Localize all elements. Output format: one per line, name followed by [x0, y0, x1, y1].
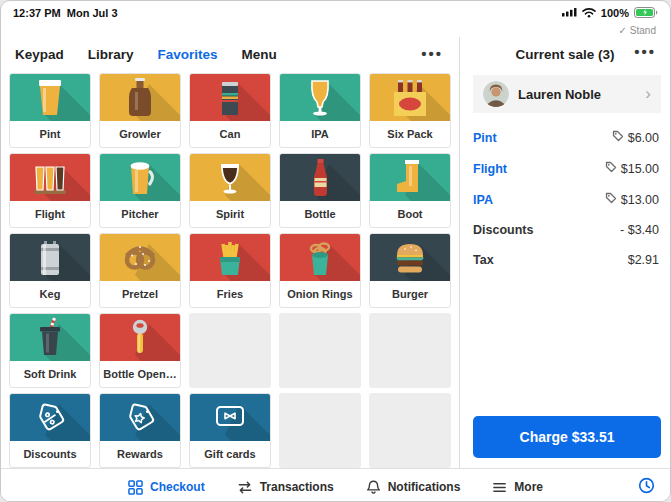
product-tile-spirit[interactable]: Spirit — [189, 153, 271, 228]
checkmark-icon: ✓ — [618, 25, 626, 36]
product-tile-flight[interactable]: Flight — [9, 153, 91, 228]
reward-tag-icon — [100, 394, 180, 441]
product-tile-ipa[interactable]: IPA — [279, 73, 361, 148]
product-tile-pretzel[interactable]: Pretzel — [99, 233, 181, 308]
product-label: Pint — [10, 121, 90, 147]
product-label: Flight — [10, 201, 90, 227]
sale-item-amount: $15.00 — [621, 162, 659, 176]
fries-icon — [190, 234, 270, 281]
product-label: Growler — [100, 121, 180, 147]
product-tile-six-pack[interactable]: Six Pack — [369, 73, 451, 148]
sale-item-amount: - $3.40 — [620, 223, 659, 237]
bottom-nav-bar: Checkout Transactions Notifications More — [1, 468, 670, 502]
bottle-icon — [280, 154, 360, 201]
price-tag-icon — [605, 192, 617, 207]
product-label: Spirit — [190, 201, 270, 227]
notifications-bell-icon — [366, 479, 381, 495]
product-tile-rewards[interactable]: Rewards — [99, 393, 181, 468]
tab-library[interactable]: Library — [88, 47, 134, 62]
stand-connection-status: ✓ Stand — [1, 23, 670, 37]
current-sale-title: Current sale (3) — [515, 47, 614, 62]
flight-icon — [10, 154, 90, 201]
product-tile-growler[interactable]: Growler — [99, 73, 181, 148]
favorites-grid: Pint Growler Can IPA Six Pack Flight Pit… — [1, 71, 459, 468]
product-label: Fries — [190, 281, 270, 307]
empty-tile-slot — [369, 393, 451, 468]
current-sale-panel: Current sale (3) ••• Lauren Noble › Pint… — [459, 37, 670, 468]
discount-tag-icon — [10, 394, 90, 441]
sale-item-name: Tax — [473, 253, 494, 267]
checkout-grid-icon — [128, 480, 143, 495]
sale-item-name: Discounts — [473, 223, 533, 237]
sale-item-amount: $2.91 — [628, 253, 659, 267]
nav-overflow-menu-icon[interactable]: ••• — [421, 49, 443, 59]
product-tile-pitcher[interactable]: Pitcher — [99, 153, 181, 228]
gift-card-icon — [190, 394, 270, 441]
cellular-signal-icon — [562, 7, 577, 19]
product-tile-onion-rings[interactable]: Onion Rings — [279, 233, 361, 308]
sale-item-name: Flight — [473, 162, 507, 176]
product-label: Burger — [370, 281, 450, 307]
sale-line-flight[interactable]: Flight $15.00 — [460, 153, 670, 184]
history-clock-icon[interactable] — [638, 477, 655, 494]
ipa-glass-icon — [280, 74, 360, 121]
product-label: Soft Drink — [10, 361, 90, 387]
pint-glass-icon — [10, 74, 90, 121]
sale-item-amount: $13.00 — [621, 193, 659, 207]
bottom-nav-more[interactable]: More — [492, 480, 543, 495]
product-tile-gift-cards[interactable]: Gift cards — [189, 393, 271, 468]
product-tile-fries[interactable]: Fries — [189, 233, 271, 308]
bottom-nav-transactions[interactable]: Transactions — [237, 480, 334, 495]
growler-icon — [100, 74, 180, 121]
status-bar: 12:37 PM Mon Jul 3 100% — [1, 1, 670, 23]
soft-drink-icon — [10, 314, 90, 361]
burger-icon — [370, 234, 450, 281]
customer-row[interactable]: Lauren Noble › — [473, 75, 661, 113]
product-label: Pitcher — [100, 201, 180, 227]
product-tile-burger[interactable]: Burger — [369, 233, 451, 308]
product-label: Rewards — [100, 441, 180, 467]
sale-item-name: IPA — [473, 193, 493, 207]
category-tab-bar: KeypadLibraryFavoritesMenu ••• — [1, 37, 459, 71]
six-pack-icon — [370, 74, 450, 121]
product-label: Pretzel — [100, 281, 180, 307]
sale-line-pint[interactable]: Pint $6.00 — [460, 122, 670, 153]
product-tile-bottle[interactable]: Bottle — [279, 153, 361, 228]
sale-overflow-menu-icon[interactable]: ••• — [634, 47, 656, 57]
tab-menu[interactable]: Menu — [242, 47, 277, 62]
customer-name: Lauren Noble — [518, 87, 636, 102]
product-label: Can — [190, 121, 270, 147]
empty-tile-slot — [279, 393, 361, 468]
tab-keypad[interactable]: Keypad — [15, 47, 64, 62]
empty-tile-slot — [189, 313, 271, 388]
price-tag-icon — [612, 130, 624, 145]
clock-time: 12:37 PM — [13, 7, 61, 19]
product-tile-bottle-open[interactable]: Bottle Open… — [99, 313, 181, 388]
product-label: Discounts — [10, 441, 90, 467]
stand-status-label: Stand — [630, 25, 656, 36]
sale-item-amount: $6.00 — [628, 131, 659, 145]
sale-line-ipa[interactable]: IPA $13.00 — [460, 184, 670, 215]
can-icon — [190, 74, 270, 121]
pitcher-icon — [100, 154, 180, 201]
product-tile-boot[interactable]: Boot — [369, 153, 451, 228]
charge-button[interactable]: Charge $33.51 — [473, 416, 661, 458]
bottom-nav-checkout[interactable]: Checkout — [128, 480, 205, 495]
sale-line-discounts: Discounts - $3.40 — [460, 215, 670, 245]
product-tile-keg[interactable]: Keg — [9, 233, 91, 308]
bottom-nav-notifications[interactable]: Notifications — [366, 479, 461, 495]
product-tile-soft-drink[interactable]: Soft Drink — [9, 313, 91, 388]
product-tile-can[interactable]: Can — [189, 73, 271, 148]
boot-glass-icon — [370, 154, 450, 201]
bottle-opener-icon — [100, 314, 180, 361]
battery-percent-label: 100% — [601, 7, 629, 19]
product-tile-pint[interactable]: Pint — [9, 73, 91, 148]
product-label: Gift cards — [190, 441, 270, 467]
transactions-arrows-icon — [237, 480, 253, 495]
product-label: Boot — [370, 201, 450, 227]
product-tile-discounts[interactable]: Discounts — [9, 393, 91, 468]
tab-favorites[interactable]: Favorites — [158, 47, 218, 62]
chevron-right-icon: › — [645, 85, 651, 104]
product-label: Keg — [10, 281, 90, 307]
sale-item-name: Pint — [473, 131, 497, 145]
